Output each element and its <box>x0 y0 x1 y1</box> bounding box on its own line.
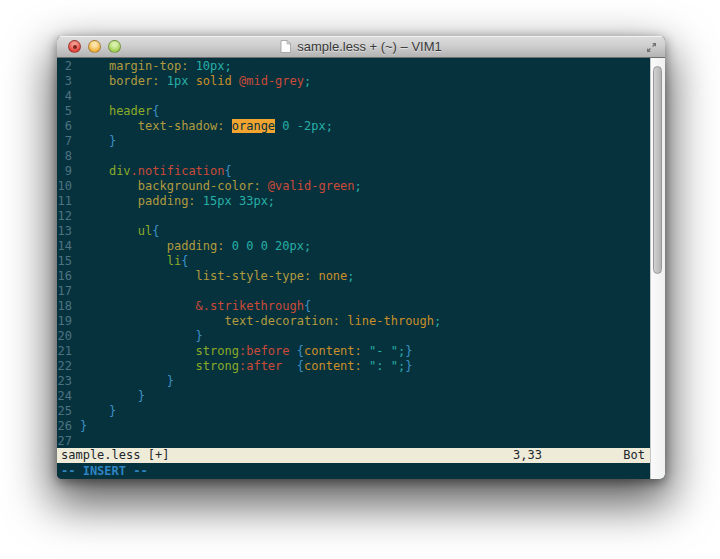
code-line[interactable]: 7 } <box>57 134 650 149</box>
code-line[interactable]: 15 li{ <box>57 254 650 269</box>
line-number: 11 <box>57 194 80 209</box>
code-token: } <box>109 134 116 148</box>
code-token: } <box>167 374 174 388</box>
code-line[interactable]: 8 <box>57 149 650 164</box>
code-token: { <box>304 299 311 313</box>
code-token: { <box>181 254 188 268</box>
scroll-indicator: Bot <box>623 448 645 463</box>
line-number: 16 <box>57 269 80 284</box>
code-token: text-shadow: <box>138 119 225 133</box>
status-filename: sample.less [+] <box>61 448 169 462</box>
code-token: content: <box>304 359 362 373</box>
document-icon <box>280 40 291 53</box>
code-token: padding: <box>138 194 196 208</box>
code-token: strong <box>196 359 239 373</box>
code-token: ; <box>304 74 311 88</box>
line-number: 8 <box>57 149 80 164</box>
code-token: { <box>152 104 159 118</box>
code-token: 10px <box>196 59 225 73</box>
code-line[interactable]: 21 strong:before {content: "- ";} <box>57 344 650 359</box>
cursor-position: 3,33 <box>513 448 542 463</box>
window-title: sample.less + (~) – VIM1 <box>297 39 442 54</box>
code-token: ": " <box>369 359 398 373</box>
code-token <box>290 344 297 358</box>
code-token: strong <box>196 344 239 358</box>
code-line[interactable]: 26} <box>57 419 650 434</box>
code-token: border: <box>109 74 160 88</box>
code-line[interactable]: 24 } <box>57 389 650 404</box>
code-token <box>80 329 196 343</box>
code-line[interactable]: 22 strong:after {content: ": ";} <box>57 359 650 374</box>
code-line[interactable]: 3 border: 1px solid @mid-grey; <box>57 74 650 89</box>
code-token: "- " <box>369 344 398 358</box>
code-token: li <box>167 254 181 268</box>
line-number: 7 <box>57 134 80 149</box>
code-line[interactable]: 11 padding: 15px 33px; <box>57 194 650 209</box>
code-token: .notification <box>131 164 225 178</box>
code-line[interactable]: 9 div.notification{ <box>57 164 650 179</box>
minimize-button[interactable] <box>88 40 101 53</box>
title-bar[interactable]: sample.less + (~) – VIM1 <box>57 36 665 58</box>
code-token <box>362 359 369 373</box>
code-token: { <box>225 164 232 178</box>
code-line[interactable]: 23 } <box>57 374 650 389</box>
code-line[interactable]: 18 &.strikethrough{ <box>57 299 650 314</box>
code-token: } <box>138 389 145 403</box>
code-token: } <box>109 404 116 418</box>
code-token <box>196 194 203 208</box>
line-number: 24 <box>57 389 80 404</box>
code-token <box>80 119 138 133</box>
code-token: ; <box>355 179 362 193</box>
code-token: :before <box>239 344 290 358</box>
code-token: { <box>152 224 159 238</box>
command-line[interactable]: -- INSERT -- <box>57 463 650 479</box>
line-number: 20 <box>57 329 80 344</box>
code-token <box>80 194 138 208</box>
code-token <box>80 179 138 193</box>
code-token: padding: <box>167 239 225 253</box>
code-token <box>290 119 297 133</box>
line-number: 23 <box>57 374 80 389</box>
code-token: @valid-green <box>268 179 355 193</box>
line-number: 22 <box>57 359 80 374</box>
code-token <box>80 134 109 148</box>
code-token: list-style-type: <box>196 269 312 283</box>
code-line[interactable]: 17 <box>57 284 650 299</box>
code-token <box>232 74 239 88</box>
code-line[interactable]: 16 list-style-type: none; <box>57 269 650 284</box>
code-token <box>80 269 196 283</box>
code-line[interactable]: 25 } <box>57 404 650 419</box>
code-line[interactable]: 14 padding: 0 0 0 20px; <box>57 239 650 254</box>
code-line[interactable]: 27 <box>57 434 650 449</box>
code-line[interactable]: 4 <box>57 89 650 104</box>
code-line[interactable]: 19 text-decoration: line-through; <box>57 314 650 329</box>
code-line[interactable]: 2 margin-top: 10px; <box>57 59 650 74</box>
code-token <box>80 359 196 373</box>
code-token <box>80 104 109 118</box>
code-token <box>80 224 138 238</box>
code-token <box>80 374 167 388</box>
mode-indicator: -- INSERT -- <box>61 464 148 478</box>
line-number: 2 <box>57 59 80 74</box>
line-number: 18 <box>57 299 80 314</box>
code-line[interactable]: 5 header{ <box>57 104 650 119</box>
code-line[interactable]: 13 ul{ <box>57 224 650 239</box>
zoom-button[interactable] <box>108 40 121 53</box>
code-area[interactable]: 2 margin-top: 10px;3 border: 1px solid @… <box>57 58 650 448</box>
fullscreen-arrows-icon[interactable] <box>646 42 657 53</box>
code-token <box>225 239 232 253</box>
code-line[interactable]: 12 <box>57 209 650 224</box>
window-controls <box>68 40 121 53</box>
scrollbar-thumb[interactable] <box>653 66 662 274</box>
code-token: 15px 33px <box>203 194 268 208</box>
code-line[interactable]: 6 text-shadow: orange 0 -2px; <box>57 119 650 134</box>
code-token: ul <box>138 224 152 238</box>
code-token <box>225 119 232 133</box>
close-button[interactable] <box>68 40 81 53</box>
code-token: margin-top: <box>109 59 188 73</box>
code-token: text-decoration: <box>225 314 341 328</box>
code-token <box>80 404 109 418</box>
code-line[interactable]: 20 } <box>57 329 650 344</box>
code-line[interactable]: 10 background-color: @valid-green; <box>57 179 650 194</box>
scrollbar[interactable] <box>650 58 665 479</box>
